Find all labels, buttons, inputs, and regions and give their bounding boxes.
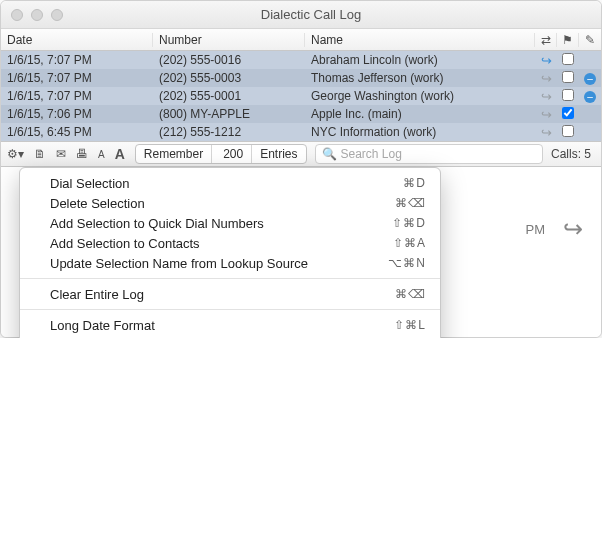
outgoing-call-icon: ↪ (541, 125, 552, 140)
zoom-icon[interactable] (51, 9, 63, 21)
menu-item-label: Clear Entire Log (50, 287, 144, 302)
menu-item[interactable]: Add Selection to Contacts⇧⌘A (20, 233, 440, 253)
mail-icon[interactable]: ✉ (52, 144, 70, 164)
print-icon[interactable]: 🖶 (72, 144, 92, 164)
calls-count: Calls: 5 (551, 147, 601, 161)
font-large-icon[interactable]: A (111, 144, 129, 164)
header-edit-icon[interactable]: ✎ (579, 33, 601, 47)
remember-count[interactable]: 200 (212, 145, 252, 163)
menu-item-shortcut: ⌘D (403, 176, 426, 190)
cell-date: 1/6/15, 7:07 PM (1, 89, 153, 103)
context-menu[interactable]: Dial Selection⌘DDelete Selection⌘⌫Add Se… (19, 167, 441, 338)
menu-item-label: Dial Selection (50, 176, 130, 191)
preview-text: PM (526, 222, 546, 237)
remember-label[interactable]: Remember (136, 145, 212, 163)
menu-item[interactable]: Short Date Format⇧⌘S (20, 335, 440, 338)
cell-name: NYC Information (work) (305, 125, 535, 139)
header-flag-icon[interactable]: ⚑ (557, 33, 579, 47)
flag-checkbox[interactable] (562, 125, 574, 137)
cell-date: 1/6/15, 7:07 PM (1, 71, 153, 85)
cell-date: 1/6/15, 7:07 PM (1, 53, 153, 67)
cell-name: Thomas Jefferson (work) (305, 71, 535, 85)
font-small-icon[interactable]: A (94, 144, 109, 164)
outgoing-call-icon: ↪ (541, 71, 552, 86)
cell-number: (800) MY-APPLE (153, 107, 305, 121)
flag-checkbox[interactable] (562, 107, 574, 119)
menu-item[interactable]: Delete Selection⌘⌫ (20, 193, 440, 213)
menu-item[interactable]: Add Selection to Quick Dial Numbers⇧⌘D (20, 213, 440, 233)
minus-icon[interactable]: – (584, 73, 596, 85)
header-number[interactable]: Number (153, 33, 305, 47)
flag-checkbox[interactable] (562, 89, 574, 101)
menu-item-label: Add Selection to Quick Dial Numbers (50, 216, 264, 231)
menu-item-shortcut: ⇧⌘L (394, 318, 426, 332)
minimize-icon[interactable] (31, 9, 43, 21)
document-icon[interactable]: 🗎 (30, 144, 50, 164)
outgoing-call-icon: ↪ (541, 89, 552, 104)
menu-item-label: Update Selection Name from Lookup Source (50, 256, 308, 271)
remember-segment: Remember 200 Entries (135, 144, 307, 164)
entries-label[interactable]: Entries (252, 145, 305, 163)
flag-checkbox[interactable] (562, 71, 574, 83)
flag-checkbox[interactable] (562, 53, 574, 65)
table-row[interactable]: 1/6/15, 6:45 PM(212) 555-1212NYC Informa… (1, 123, 601, 141)
menu-item-label: Short Date Format (50, 338, 157, 339)
menu-item[interactable]: Dial Selection⌘D (20, 173, 440, 193)
cell-number: (202) 555-0003 (153, 71, 305, 85)
window-title: Dialectic Call Log (63, 7, 559, 22)
gear-menu-button[interactable]: ⚙▾ (3, 144, 28, 164)
menu-item-shortcut: ⇧⌘A (393, 236, 426, 250)
table-row[interactable]: 1/6/15, 7:07 PM(202) 555-0016Abraham Lin… (1, 51, 601, 69)
minus-icon[interactable]: – (584, 91, 596, 103)
table-body: 1/6/15, 7:07 PM(202) 555-0016Abraham Lin… (1, 51, 601, 141)
cell-name: George Washington (work) (305, 89, 535, 103)
cell-name: Apple Inc. (main) (305, 107, 535, 121)
menu-item[interactable]: Update Selection Name from Lookup Source… (20, 253, 440, 273)
detail-preview: PM ↪ (526, 215, 584, 243)
toolbar: ⚙▾ 🗎 ✉ 🖶 A A Remember 200 Entries 🔍 Sear… (1, 141, 601, 167)
incoming-call-icon: ↪ (541, 53, 552, 68)
menu-item-shortcut: ⌘⌫ (395, 196, 426, 210)
cell-number: (202) 555-0001 (153, 89, 305, 103)
cell-number: (212) 555-1212 (153, 125, 305, 139)
table-row[interactable]: 1/6/15, 7:07 PM(202) 555-0001George Wash… (1, 87, 601, 105)
close-icon[interactable] (11, 9, 23, 21)
menu-separator (20, 278, 440, 279)
search-input[interactable]: 🔍 Search Log (315, 144, 543, 164)
menu-separator (20, 309, 440, 310)
dial-out-icon[interactable]: ↪ (563, 215, 583, 243)
menu-item-shortcut: ⌘⌫ (395, 287, 426, 301)
cell-name: Abraham Lincoln (work) (305, 53, 535, 67)
app-window: Dialectic Call Log Date Number Name ⇄ ⚑ … (0, 0, 602, 338)
menu-item-shortcut: ⌥⌘N (388, 256, 426, 270)
search-placeholder: Search Log (341, 147, 402, 161)
table-row[interactable]: 1/6/15, 7:07 PM(202) 555-0003Thomas Jeff… (1, 69, 601, 87)
traffic-lights (11, 9, 63, 21)
menu-item-label: Delete Selection (50, 196, 145, 211)
header-name[interactable]: Name (305, 33, 535, 47)
search-icon: 🔍 (322, 147, 337, 161)
menu-item-shortcut: ⇧⌘D (392, 216, 426, 230)
header-direction-icon[interactable]: ⇄ (535, 33, 557, 47)
menu-item-label: Add Selection to Contacts (50, 236, 200, 251)
menu-item-label: Long Date Format (50, 318, 155, 333)
cell-number: (202) 555-0016 (153, 53, 305, 67)
cell-date: 1/6/15, 7:06 PM (1, 107, 153, 121)
cell-date: 1/6/15, 6:45 PM (1, 125, 153, 139)
header-date[interactable]: Date (1, 33, 153, 47)
titlebar: Dialectic Call Log (1, 1, 601, 29)
menu-item[interactable]: Clear Entire Log⌘⌫ (20, 284, 440, 304)
menu-item[interactable]: Long Date Format⇧⌘L (20, 315, 440, 335)
table-row[interactable]: 1/6/15, 7:06 PM(800) MY-APPLEApple Inc. … (1, 105, 601, 123)
table-header: Date Number Name ⇄ ⚑ ✎ (1, 29, 601, 51)
outgoing-call-icon: ↪ (541, 107, 552, 122)
